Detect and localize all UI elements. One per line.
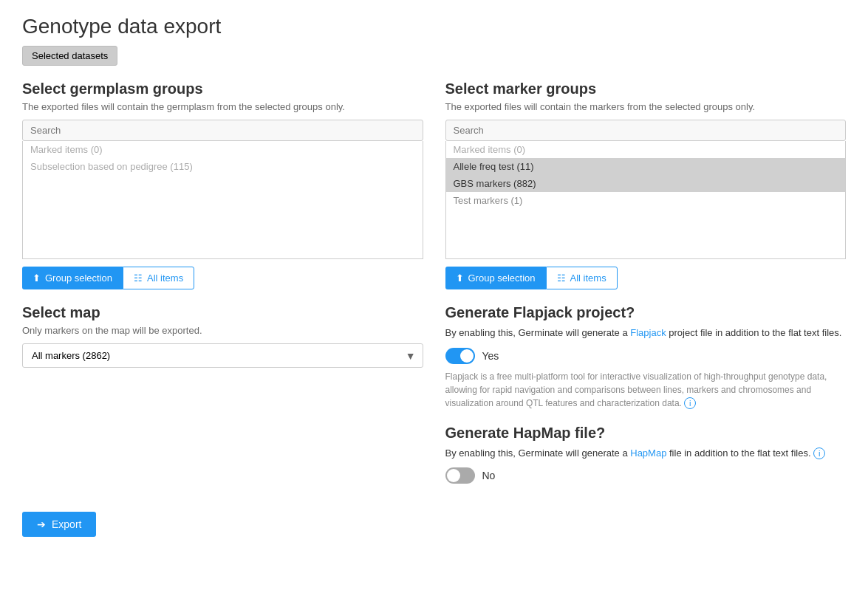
flapjack-note: Flapjack is a free multi-platform tool f… — [445, 370, 847, 410]
hapmap-toggle[interactable] — [445, 467, 475, 484]
germplasm-list: Marked items (0) Subselection based on p… — [22, 141, 423, 259]
flapjack-info-icon[interactable]: i — [684, 397, 696, 409]
hapmap-info-icon[interactable]: i — [813, 447, 825, 459]
selected-datasets-button[interactable]: Selected datasets — [22, 46, 117, 66]
group-icon: ⬆ — [33, 272, 41, 284]
marker-btn-group: ⬆ Group selection ☷ All items — [445, 267, 847, 289]
flapjack-title: Generate Flapjack project? — [445, 304, 847, 321]
all-items-icon: ☷ — [134, 272, 143, 284]
flapjack-description: By enabling this, Germinate will generat… — [445, 326, 847, 340]
hapmap-description: By enabling this, Germinate will generat… — [445, 446, 847, 461]
hapmap-link[interactable]: HapMap — [630, 447, 666, 459]
germplasm-group-selection-button[interactable]: ⬆ Group selection — [22, 267, 123, 289]
germplasm-btn-group: ⬆ Group selection ☷ All items — [22, 267, 423, 289]
list-item[interactable]: Marked items (0) — [446, 141, 846, 158]
germplasm-section-subtitle: The exported files will contain the germ… — [22, 101, 423, 112]
list-item[interactable]: GBS markers (882) — [446, 175, 846, 192]
marker-list: Marked items (0) Allele freq test (11) G… — [445, 141, 847, 259]
page-title: Genotype data export — [22, 15, 846, 38]
list-item[interactable]: Marked items (0) — [23, 141, 423, 158]
map-section-title: Select map — [22, 304, 423, 321]
flapjack-toggle[interactable] — [445, 348, 475, 364]
flapjack-link[interactable]: Flapjack — [630, 327, 666, 338]
marker-search-input[interactable] — [445, 120, 847, 141]
export-button[interactable]: ➔ Export — [22, 512, 96, 537]
marker-all-items-button[interactable]: ☷ All items — [546, 267, 618, 289]
list-item[interactable]: Subselection based on pedigree (115) — [23, 158, 423, 175]
export-icon: ➔ — [37, 518, 46, 530]
map-select[interactable]: All markers (2862) — [22, 343, 423, 368]
flapjack-toggle-label: Yes — [482, 350, 499, 362]
group-icon: ⬆ — [456, 272, 464, 284]
hapmap-title: Generate HapMap file? — [445, 425, 847, 442]
map-section-subtitle: Only markers on the map will be exported… — [22, 325, 423, 336]
marker-group-selection-button[interactable]: ⬆ Group selection — [445, 267, 546, 289]
germplasm-all-items-button[interactable]: ☷ All items — [123, 267, 194, 289]
hapmap-toggle-label: No — [482, 470, 496, 481]
germplasm-section-title: Select germplasm groups — [22, 80, 423, 97]
list-item[interactable]: Test markers (1) — [446, 192, 846, 209]
marker-section-title: Select marker groups — [445, 80, 847, 97]
marker-section-subtitle: The exported files will contain the mark… — [445, 101, 847, 112]
germplasm-search-input[interactable] — [22, 120, 423, 141]
list-item[interactable]: Allele freq test (11) — [446, 158, 846, 175]
all-items-icon: ☷ — [557, 272, 566, 284]
